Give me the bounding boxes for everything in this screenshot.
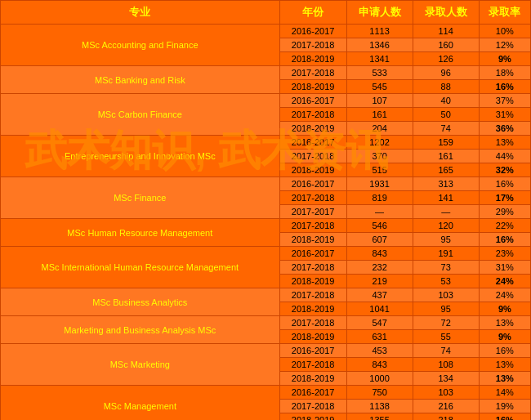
table-row-major: MSc Banking and Risk — [1, 66, 280, 94]
table-row-applied: 1113 — [346, 25, 413, 38]
table-row-applied: 843 — [346, 247, 413, 261]
table-row-major: MSc Carbon Finance — [1, 94, 280, 136]
table-row-year: 2018-2019 — [279, 372, 346, 386]
table-row-admitted: 120 — [413, 219, 479, 233]
table-row-rate: 16% — [479, 233, 530, 247]
table-row-admitted: 134 — [413, 372, 479, 386]
header-year: 年份 — [279, 1, 346, 25]
table-row-rate: 32% — [479, 163, 530, 177]
table-row-rate: 23% — [479, 247, 530, 261]
table-row-applied: 161 — [346, 108, 413, 122]
table-row-applied: — — [346, 205, 413, 219]
table-row-major: MSc Accounting and Finance — [1, 25, 280, 66]
table-row-admitted: 191 — [413, 247, 479, 261]
table-row-applied: 370 — [346, 150, 413, 163]
table-row-rate: 17% — [479, 191, 530, 205]
table-row-applied: 607 — [346, 233, 413, 247]
table-row-admitted: — — [413, 205, 479, 219]
table-row-year: 2018-2019 — [279, 122, 346, 136]
table-row-applied: 437 — [346, 288, 413, 302]
table-row-major: Entrepreneurship and Innovation MSc — [1, 136, 280, 177]
table-row-applied: 750 — [346, 386, 413, 400]
header-rate: 录取率 — [479, 1, 530, 25]
table-row-applied: 1000 — [346, 372, 413, 386]
table-row-year: 2016-2017 — [279, 247, 346, 261]
table-row-year: 2016-2017 — [279, 25, 346, 38]
table-row-major: MSc Finance — [1, 177, 280, 219]
table-row-applied: 545 — [346, 80, 413, 94]
table-row-year: 2018-2019 — [279, 413, 346, 421]
table-row-admitted: 313 — [413, 177, 479, 191]
table-row-rate: 44% — [479, 150, 530, 163]
table-row-year: 2018-2019 — [279, 302, 346, 316]
table-row-rate: 29% — [479, 205, 530, 219]
table-row-major: MSc Business Analytics — [1, 288, 280, 316]
table-row-rate: 22% — [479, 219, 530, 233]
table-row-admitted: 161 — [413, 150, 479, 163]
table-row-applied: 1138 — [346, 400, 413, 413]
table-row-year: 2017-2018 — [279, 358, 346, 372]
table-row-year: 2016-2017 — [279, 344, 346, 358]
table-row-year: 2017-2018 — [279, 150, 346, 163]
table-row-year: 2017-2018 — [279, 66, 346, 80]
table-row-major: MSc Marketing — [1, 344, 280, 386]
table-row-year: 2016-2017 — [279, 136, 346, 150]
table-row-rate: 13% — [479, 358, 530, 372]
table-row-rate: 12% — [479, 38, 530, 52]
data-table: 专业 年份 申请人数 录取人数 录取率 MSc Accounting and F… — [0, 0, 531, 420]
table-row-year: 2017-2018 — [279, 261, 346, 275]
table-row-applied: 453 — [346, 344, 413, 358]
main-table-wrapper: 专业 年份 申请人数 录取人数 录取率 MSc Accounting and F… — [0, 0, 531, 420]
table-row-admitted: 159 — [413, 136, 479, 150]
table-row-rate: 16% — [479, 80, 530, 94]
table-row-admitted: 108 — [413, 358, 479, 372]
table-row-year: 2017-2018 — [279, 316, 346, 330]
table-row-rate: 18% — [479, 66, 530, 80]
table-row-admitted: 50 — [413, 108, 479, 122]
table-row-rate: 16% — [479, 413, 530, 421]
table-row-admitted: 218 — [413, 413, 479, 421]
table-row-applied: 515 — [346, 163, 413, 177]
table-row-admitted: 74 — [413, 344, 479, 358]
table-row-rate: 13% — [479, 316, 530, 330]
table-row-applied: 1931 — [346, 177, 413, 191]
table-row-applied: 219 — [346, 275, 413, 288]
table-row-admitted: 114 — [413, 25, 479, 38]
table-row-rate: 37% — [479, 94, 530, 108]
table-row-applied: 843 — [346, 358, 413, 372]
table-row-year: 2018-2019 — [279, 80, 346, 94]
table-row-year: 2017-2018 — [279, 219, 346, 233]
table-row-admitted: 95 — [413, 302, 479, 316]
table-row-admitted: 74 — [413, 122, 479, 136]
table-row-rate: 9% — [479, 330, 530, 344]
table-row-rate: 13% — [479, 136, 530, 150]
table-row-admitted: 141 — [413, 191, 479, 205]
table-row-major: Marketing and Business Analysis MSc — [1, 316, 280, 344]
table-row-year: 2018-2019 — [279, 52, 346, 66]
table-row-admitted: 73 — [413, 261, 479, 275]
table-row-rate: 9% — [479, 302, 530, 316]
header-admitted: 录取人数 — [413, 1, 479, 25]
table-row-admitted: 72 — [413, 316, 479, 330]
table-row-year: 2016-2017 — [279, 386, 346, 400]
table-row-applied: 546 — [346, 219, 413, 233]
table-row-year: 2016-2017 — [279, 94, 346, 108]
table-row-rate: 24% — [479, 275, 530, 288]
table-row-applied: 547 — [346, 316, 413, 330]
table-row-applied: 1355 — [346, 413, 413, 421]
table-row-admitted: 216 — [413, 400, 479, 413]
table-row-admitted: 55 — [413, 330, 479, 344]
table-row-applied: 1346 — [346, 38, 413, 52]
table-row-admitted: 95 — [413, 233, 479, 247]
table-row-year: 2018-2019 — [279, 163, 346, 177]
table-row-rate: 16% — [479, 177, 530, 191]
table-row-year: 2016-2017 — [279, 177, 346, 191]
table-row-admitted: 40 — [413, 94, 479, 108]
table-row-rate: 24% — [479, 288, 530, 302]
table-row-rate: 16% — [479, 344, 530, 358]
table-row-admitted: 53 — [413, 275, 479, 288]
table-row-rate: 36% — [479, 122, 530, 136]
table-row-year: 2017-2018 — [279, 191, 346, 205]
table-row-year: 2017-2018 — [279, 400, 346, 413]
table-row-applied: 631 — [346, 330, 413, 344]
